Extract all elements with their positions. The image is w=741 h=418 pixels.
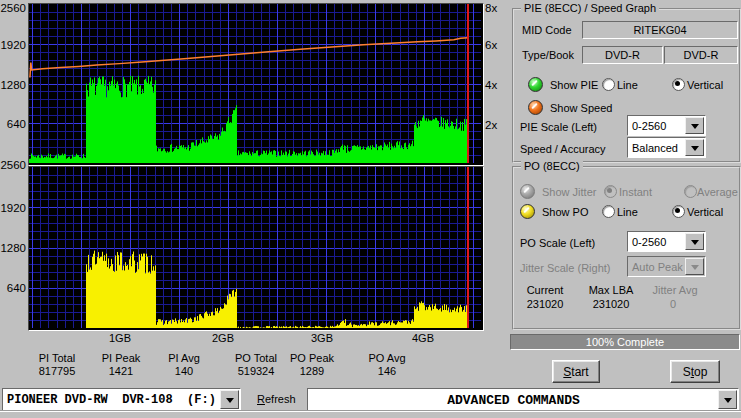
pie-scale-value: 0-2560 [632, 120, 666, 132]
jitter-scale-value: Auto Peak [632, 261, 683, 273]
advanced-commands-dropdown[interactable]: ADVANCED COMMANDS [307, 388, 739, 411]
x-axis-tick: 3GB [311, 332, 333, 344]
max-lba-value: 231020 [593, 298, 630, 310]
po-vertical-radio[interactable] [672, 205, 685, 218]
pie-line-label: Line [617, 79, 638, 91]
dropdown-arrow-icon[interactable] [685, 117, 704, 134]
dropdown-arrow-icon[interactable] [685, 139, 704, 156]
stat-label: PI Total [39, 352, 76, 365]
speed-axis-tick: 4x [485, 79, 497, 91]
scan-progress-bar: 100% Complete [510, 334, 740, 350]
show-po-label: Show PO [542, 206, 588, 218]
po-line-label: Line [617, 206, 638, 218]
stat-label: PO Peak [290, 352, 334, 365]
po-y-tick: 1920 [0, 202, 26, 214]
progress-text: 100% Complete [511, 335, 739, 349]
dropdown-arrow-icon[interactable] [685, 233, 704, 250]
stat-pi-avg: PI Avg 140 [168, 352, 200, 378]
jitter-scale-dropdown: Auto Peak [627, 256, 706, 277]
x-axis-tick: 1GB [109, 332, 131, 344]
show-pie-led-button[interactable] [528, 77, 543, 92]
stat-label: PI Peak [102, 352, 141, 365]
speed-accuracy-value: Balanced [632, 142, 678, 154]
pie-groupbox-title: PIE (8ECC) / Speed Graph [521, 2, 659, 14]
po-graph-canvas [29, 167, 481, 328]
po-line-radio[interactable] [602, 205, 615, 218]
app-window: 2560 1920 1280 640 2560 1920 1280 640 8x… [0, 0, 741, 418]
stat-po-total: PO Total 519324 [235, 352, 277, 378]
stat-value: 140 [168, 365, 200, 378]
stat-label: PO Avg [368, 352, 405, 365]
speed-accuracy-label: Speed / Accuracy [520, 143, 606, 155]
po-y-tick: 1280 [0, 242, 26, 254]
show-jitter-label: Show Jitter [542, 186, 596, 198]
pie-y-tick: 2560 [0, 2, 26, 14]
pie-y-tick: 1920 [0, 39, 26, 51]
jitter-average-radio [684, 185, 697, 198]
book-type-field: DVD-R [664, 46, 738, 64]
po-y-tick: 640 [0, 282, 26, 294]
show-jitter-led-button [520, 184, 535, 199]
po-scale-value: 0-2560 [632, 236, 666, 248]
pie-scale-label: PIE Scale (Left) [520, 121, 597, 133]
stat-value: 146 [368, 365, 405, 378]
speed-axis-tick: 2x [485, 119, 497, 131]
disc-type-field: DVD-R [582, 46, 663, 64]
pie-graph-canvas [29, 4, 481, 163]
current-label: Current [527, 284, 564, 296]
drive-select-value: PIONEER DVD-RW DVR-108 (F:) [7, 393, 216, 407]
po-scale-label: PO Scale (Left) [520, 237, 595, 249]
po-vertical-label: Vertical [687, 206, 723, 218]
pie-y-tick: 1280 [0, 79, 26, 91]
pie-y-tick: 640 [0, 118, 26, 130]
stat-value: 1289 [290, 365, 334, 378]
jitter-avg-value: 0 [670, 298, 676, 310]
show-speed-label: Show Speed [550, 102, 612, 114]
speed-axis-tick: 8x [485, 2, 497, 14]
current-value: 231020 [527, 298, 564, 310]
stat-label: PO Total [235, 352, 277, 365]
stat-value: 1421 [102, 365, 141, 378]
drive-select-dropdown[interactable]: PIONEER DVD-RW DVR-108 (F:) [2, 388, 241, 411]
x-axis-tick: 4GB [412, 332, 434, 344]
stop-button[interactable]: Stop [670, 360, 720, 383]
jitter-instant-label: Instant [619, 186, 652, 198]
mid-code-label: MID Code [522, 24, 572, 36]
speed-accuracy-dropdown[interactable]: Balanced [627, 137, 706, 158]
pie-scale-dropdown[interactable]: 0-2560 [627, 115, 706, 136]
pie-line-radio[interactable] [602, 78, 615, 91]
stat-pi-peak: PI Peak 1421 [102, 352, 141, 378]
stat-label: PI Avg [168, 352, 200, 365]
dropdown-arrow-icon [685, 258, 704, 275]
jitter-average-label: Average [697, 186, 738, 198]
jitter-scale-label: Jitter Scale (Right) [520, 262, 610, 274]
jitter-instant-radio [604, 185, 617, 198]
po-y-tick: 2560 [0, 159, 26, 171]
bottom-divider-highlight [0, 411, 741, 412]
refresh-button[interactable]: Refresh [257, 393, 296, 405]
po-groupbox-title: PO (8ECC) [521, 160, 583, 172]
pie-speed-graph [28, 3, 484, 166]
po-graph [28, 166, 484, 331]
po-scale-dropdown[interactable]: 0-2560 [627, 231, 706, 252]
max-lba-label: Max LBA [589, 284, 634, 296]
pie-vertical-radio[interactable] [672, 78, 685, 91]
pie-vertical-label: Vertical [687, 79, 723, 91]
speed-axis-tick: 6x [485, 39, 497, 51]
show-po-led-button[interactable] [520, 204, 535, 219]
start-button[interactable]: Start [552, 360, 600, 383]
jitter-avg-label: Jitter Avg [652, 284, 697, 296]
stat-pi-total: PI Total 817795 [39, 352, 76, 378]
stat-po-peak: PO Peak 1289 [290, 352, 334, 378]
mid-code-field: RITEKG04 [582, 21, 738, 39]
show-speed-led-button[interactable] [528, 100, 543, 115]
stat-value: 519324 [235, 365, 277, 378]
show-pie-label: Show PIE [550, 79, 598, 91]
stat-value: 817795 [39, 365, 76, 378]
dropdown-arrow-icon[interactable] [718, 390, 737, 409]
advanced-commands-value: ADVANCED COMMANDS [308, 392, 719, 407]
x-axis-tick: 2GB [212, 332, 234, 344]
dropdown-arrow-icon[interactable] [220, 390, 239, 409]
type-book-label: Type/Book [522, 49, 574, 61]
stat-po-avg: PO Avg 146 [368, 352, 405, 378]
